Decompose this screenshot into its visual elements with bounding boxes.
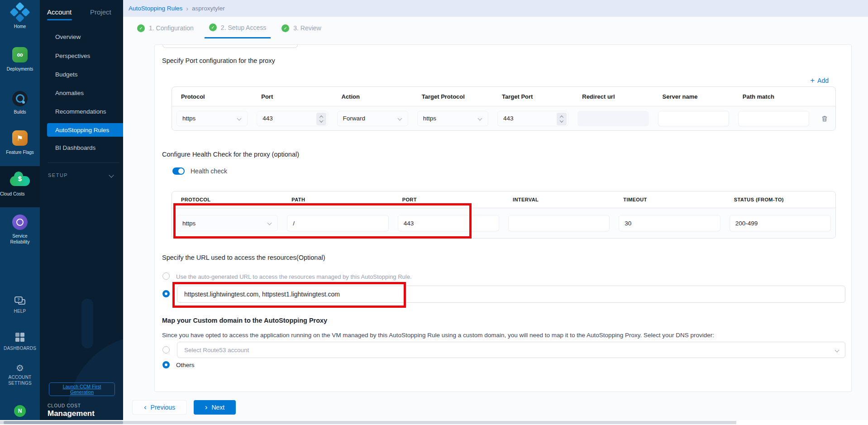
others-radio[interactable] bbox=[162, 361, 170, 368]
user-avatar[interactable]: N bbox=[0, 405, 40, 417]
health-table-header: PROTOCOL PATH PORT INTERVAL TIMEOUT STAT… bbox=[172, 191, 835, 208]
number-stepper[interactable] bbox=[557, 113, 567, 125]
tab-project[interactable]: Project bbox=[90, 8, 111, 16]
previous-button[interactable]: ‹ Previous bbox=[132, 400, 187, 415]
health-timeout-input[interactable]: 30 bbox=[619, 215, 720, 231]
port-input[interactable]: 443 bbox=[257, 111, 328, 126]
check-icon: ✓ bbox=[281, 24, 289, 32]
sidebar-item-anomalies[interactable]: Anomalies bbox=[55, 90, 84, 96]
active-tab-underline bbox=[47, 19, 72, 20]
gear-icon: ⚙ bbox=[0, 363, 40, 372]
number-stepper[interactable] bbox=[316, 113, 326, 125]
help-icon: ? bbox=[14, 296, 25, 305]
target-protocol-select[interactable]: https bbox=[417, 111, 488, 126]
url-section-title: Specify the URL used to access the resou… bbox=[162, 254, 325, 261]
route53-select[interactable]: Select Route53 account bbox=[177, 342, 845, 358]
sidebar-item-help[interactable]: ? HELP bbox=[0, 296, 40, 314]
breadcrumb-link-autostopping-rules[interactable]: AutoStopping Rules bbox=[129, 5, 182, 12]
rail-item-label: ACCOUNT SETTINGS bbox=[0, 374, 40, 386]
sidebar-item-dashboards[interactable]: DASHBOARDS bbox=[0, 333, 40, 351]
port-table-row: https 443 Forward https 443 bbox=[172, 106, 835, 130]
tab-account[interactable]: Account bbox=[47, 8, 72, 16]
step-review[interactable]: ✓ 3. Review bbox=[277, 20, 325, 38]
divider bbox=[48, 162, 119, 163]
health-check-toggle-label: Health check bbox=[191, 167, 227, 175]
health-interval-input[interactable] bbox=[508, 215, 610, 231]
step-setup-access[interactable]: ✓ 2. Setup Access bbox=[205, 20, 271, 38]
port-table-header: Protocol Port Action Target Protocol Tar… bbox=[172, 87, 835, 106]
server-name-input[interactable] bbox=[658, 111, 729, 126]
harness-logo-icon bbox=[0, 5, 40, 20]
health-check-table: PROTOCOL PATH PORT INTERVAL TIMEOUT STAT… bbox=[172, 191, 836, 239]
dashboards-icon bbox=[15, 333, 24, 342]
clipped-input-fragment bbox=[162, 45, 298, 48]
sidebar-item-recommendations[interactable]: Recommendations bbox=[55, 108, 106, 115]
plus-icon: + bbox=[810, 76, 815, 84]
health-check-toggle-row: Health check bbox=[172, 167, 227, 175]
sidebar-item-budgets[interactable]: Budgets bbox=[55, 71, 78, 78]
sidebar-item-bi-dashboards[interactable]: BI Dashboards bbox=[55, 144, 95, 151]
check-icon: ✓ bbox=[137, 24, 145, 32]
auto-url-radio[interactable] bbox=[162, 272, 170, 280]
breadcrumb: AutoStopping Rules › asproxytyler bbox=[123, 0, 868, 17]
deployments-icon: ∞ bbox=[12, 47, 28, 62]
health-table-row: https / 443 30 200-499 bbox=[172, 208, 835, 238]
sidebar-item-autostopping-rules[interactable]: AutoStopping Rules bbox=[47, 123, 123, 137]
rail-item-label: DASHBOARDS bbox=[0, 345, 40, 351]
target-port-input[interactable]: 443 bbox=[497, 111, 568, 126]
step-configuration[interactable]: ✓ 1. Configuration bbox=[133, 20, 198, 38]
sidebar-item-home[interactable]: Home bbox=[0, 5, 40, 29]
module-rail: Home ∞ Deployments Builds ⚑ Feature Flag… bbox=[0, 0, 40, 420]
horizontal-scrollbar[interactable] bbox=[0, 421, 736, 424]
health-port-input[interactable]: 443 bbox=[398, 215, 499, 231]
rail-item-label: Service Reliability bbox=[0, 233, 40, 245]
protocol-select[interactable]: https bbox=[176, 111, 248, 126]
delete-row-button[interactable] bbox=[814, 115, 835, 122]
sidebar-item-service-reliability[interactable]: Service Reliability bbox=[0, 215, 40, 245]
others-radio-label[interactable]: Others bbox=[176, 362, 195, 368]
brand-cloud-cost: CLOUD COST bbox=[48, 403, 81, 408]
path-match-input[interactable] bbox=[738, 111, 809, 126]
rail-item-label: Feature Flags bbox=[0, 149, 40, 155]
chevron-down-icon bbox=[397, 116, 402, 120]
sidebar-item-cloud-costs[interactable]: $ Cloud Costs bbox=[0, 166, 40, 207]
custom-url-input[interactable]: httpstest.lightwingtest.com, httpstest1.… bbox=[177, 286, 845, 303]
sidebar-item-account-settings[interactable]: ⚙ ACCOUNT SETTINGS bbox=[0, 363, 40, 386]
dollar-watermark bbox=[81, 299, 93, 349]
breadcrumb-current: asproxytyler bbox=[192, 5, 225, 12]
action-select[interactable]: Forward bbox=[337, 111, 408, 126]
scrollbar-thumb[interactable] bbox=[4, 421, 123, 424]
chevron-right-icon: › bbox=[205, 404, 208, 411]
cloud-costs-icon: $ bbox=[10, 174, 30, 186]
setup-section-label[interactable]: SETUP bbox=[48, 172, 68, 178]
check-icon: ✓ bbox=[209, 24, 217, 31]
chevron-down-icon[interactable] bbox=[109, 172, 114, 177]
chevron-down-icon bbox=[237, 116, 242, 120]
setup-access-panel: Specify Port configuration for the proxy… bbox=[154, 44, 852, 392]
sidebar-item-perspectives[interactable]: Perspectives bbox=[55, 53, 90, 59]
auto-url-radio-label[interactable]: Use the auto-generated URL to access the… bbox=[176, 273, 412, 280]
wizard-steps: ✓ 1. Configuration ✓ 2. Setup Access ✓ 3… bbox=[133, 20, 326, 38]
add-port-config-button[interactable]: + Add bbox=[810, 76, 829, 84]
launch-ccm-first-gen-button[interactable]: Launch CCM First Generation bbox=[49, 382, 115, 396]
port-config-title: Specify Port configuration for the proxy bbox=[162, 57, 275, 64]
sidebar-item-deployments[interactable]: ∞ Deployments bbox=[0, 47, 40, 72]
builds-icon bbox=[12, 91, 28, 106]
custom-url-radio[interactable] bbox=[162, 290, 170, 297]
sidebar-item-builds[interactable]: Builds bbox=[0, 91, 40, 115]
chevron-down-icon bbox=[835, 348, 839, 353]
app-window: Home ∞ Deployments Builds ⚑ Feature Flag… bbox=[0, 0, 868, 425]
port-config-table: Protocol Port Action Target Protocol Tar… bbox=[172, 86, 836, 131]
redirect-url-input[interactable] bbox=[577, 111, 649, 126]
trash-icon bbox=[821, 115, 828, 122]
health-status-input[interactable]: 200-499 bbox=[730, 215, 831, 231]
health-check-toggle[interactable] bbox=[172, 167, 185, 175]
sidebar-item-feature-flags[interactable]: ⚑ Feature Flags bbox=[0, 130, 40, 155]
health-path-input[interactable]: / bbox=[287, 215, 388, 231]
sidebar-item-overview[interactable]: Overview bbox=[55, 33, 81, 40]
route53-radio[interactable] bbox=[162, 346, 170, 353]
health-check-title: Configure Health Check for the proxy (op… bbox=[162, 151, 299, 158]
health-protocol-select[interactable]: https bbox=[176, 215, 278, 231]
next-button[interactable]: › Next bbox=[194, 400, 236, 415]
service-reliability-icon bbox=[12, 215, 28, 230]
